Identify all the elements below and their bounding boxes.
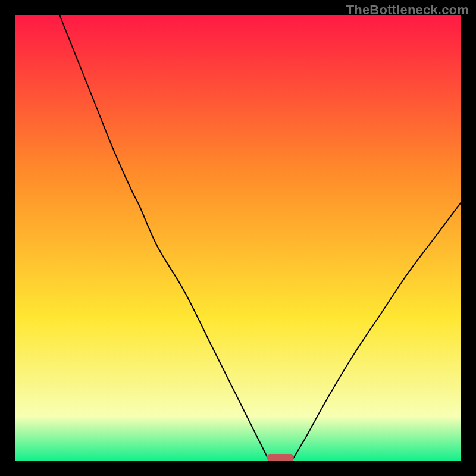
watermark-text: TheBottleneck.com <box>346 2 469 18</box>
plot-area <box>15 15 461 461</box>
optimal-point-marker <box>267 454 294 461</box>
gradient-background <box>15 15 461 461</box>
chart-frame: TheBottleneck.com <box>0 0 476 476</box>
plot-svg <box>15 15 461 461</box>
